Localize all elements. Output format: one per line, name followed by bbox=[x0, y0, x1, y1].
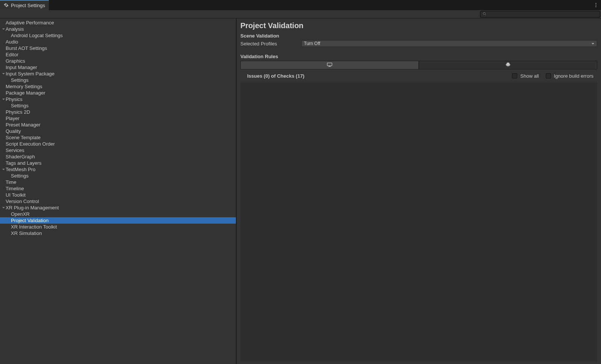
sidebar-item-ui-toolkit[interactable]: UI Toolkit bbox=[0, 192, 236, 198]
expand-arrow-icon bbox=[2, 84, 6, 89]
ignore-build-errors-checkbox[interactable] bbox=[546, 73, 551, 78]
settings-sidebar[interactable]: Adaptive PerformanceAnalysisAndroid Logc… bbox=[0, 18, 237, 364]
sidebar-item-input-manager[interactable]: Input Manager bbox=[0, 64, 236, 71]
sidebar-item-textmesh-pro[interactable]: TextMesh Pro bbox=[0, 166, 236, 173]
sidebar-item-burst-aot-settings[interactable]: Burst AOT Settings bbox=[0, 45, 236, 51]
expand-arrow-icon bbox=[2, 53, 6, 57]
sidebar-item-package-manager[interactable]: Package Manager bbox=[0, 90, 236, 96]
sidebar-item-timeline[interactable]: Timeline bbox=[0, 185, 236, 192]
sidebar-item-xr-simulation[interactable]: XR Simulation bbox=[0, 230, 236, 236]
sidebar-item-label: Adaptive Performance bbox=[6, 20, 54, 26]
search-input[interactable] bbox=[488, 12, 598, 17]
sidebar-item-label: Version Control bbox=[6, 199, 39, 204]
expand-arrow-icon bbox=[2, 91, 6, 95]
expand-arrow-icon bbox=[7, 225, 11, 229]
project-settings-window: Project Settings Adaptive PerformanceAna… bbox=[0, 0, 601, 364]
sidebar-item-label: Scene Template bbox=[6, 135, 41, 140]
sidebar-item-label: Project Validation bbox=[11, 218, 48, 223]
sidebar-item-label: Tags and Layers bbox=[6, 160, 41, 166]
expand-arrow-icon bbox=[7, 212, 11, 216]
sidebar-item-label: Audio bbox=[6, 39, 18, 45]
selected-profiles-dropdown[interactable]: Turn Off bbox=[301, 40, 597, 47]
sidebar-item-script-execution-order[interactable]: Script Execution Order bbox=[0, 141, 236, 147]
sidebar-item-player[interactable]: Player bbox=[0, 115, 236, 122]
sidebar-item-memory-settings[interactable]: Memory Settings bbox=[0, 83, 236, 90]
expand-arrow-icon bbox=[2, 148, 6, 152]
show-all-label: Show all bbox=[520, 73, 539, 79]
expand-arrow-icon[interactable] bbox=[2, 27, 6, 31]
issues-list-panel bbox=[240, 82, 597, 362]
sidebar-item-label: Android Logcat Settings bbox=[11, 33, 63, 38]
tab-label: Project Settings bbox=[11, 3, 45, 8]
sidebar-item-openxr[interactable]: OpenXR bbox=[0, 211, 236, 217]
sidebar-item-physics[interactable]: Physics bbox=[0, 96, 236, 102]
expand-arrow-icon bbox=[2, 193, 6, 197]
sidebar-item-label: Editor bbox=[6, 52, 18, 57]
tab-bar-spacer bbox=[49, 0, 590, 10]
expand-arrow-icon[interactable] bbox=[2, 97, 6, 101]
sidebar-item-label: XR Simulation bbox=[11, 230, 42, 236]
sidebar-item-preset-manager[interactable]: Preset Manager bbox=[0, 122, 236, 128]
sidebar-item-settings[interactable]: Settings bbox=[0, 173, 236, 179]
sidebar-item-label: Player bbox=[6, 116, 20, 121]
sidebar-item-settings[interactable]: Settings bbox=[0, 102, 236, 109]
sidebar-item-label: Burst AOT Settings bbox=[6, 45, 47, 51]
sidebar-item-android-logcat-settings[interactable]: Android Logcat Settings bbox=[0, 32, 236, 39]
sidebar-item-audio[interactable]: Audio bbox=[0, 39, 236, 45]
sidebar-item-tags-and-layers[interactable]: Tags and Layers bbox=[0, 160, 236, 166]
sidebar-item-label: Physics 2D bbox=[6, 109, 30, 115]
tab-project-settings[interactable]: Project Settings bbox=[0, 0, 49, 10]
sidebar-item-services[interactable]: Services bbox=[0, 147, 236, 153]
scene-validation-heading: Scene Validation bbox=[240, 33, 597, 39]
expand-arrow-icon bbox=[2, 40, 6, 44]
ignore-build-errors-checkbox-wrap[interactable]: Ignore build errors bbox=[546, 73, 594, 79]
sidebar-item-quality[interactable]: Quality bbox=[0, 128, 236, 134]
sidebar-item-input-system-package[interactable]: Input System Package bbox=[0, 71, 236, 77]
content-panel: Project Validation Scene Validation Sele… bbox=[237, 18, 601, 364]
sidebar-item-project-validation[interactable]: Project Validation bbox=[0, 217, 236, 224]
sidebar-item-label: Graphics bbox=[6, 58, 25, 64]
expand-arrow-icon bbox=[7, 104, 11, 108]
sidebar-item-physics-2d[interactable]: Physics 2D bbox=[0, 109, 236, 115]
sidebar-item-label: ShaderGraph bbox=[6, 154, 35, 159]
show-all-checkbox-wrap[interactable]: Show all bbox=[512, 73, 539, 79]
expand-arrow-icon[interactable] bbox=[2, 72, 6, 76]
svg-rect-9 bbox=[509, 66, 509, 67]
sidebar-item-time[interactable]: Time bbox=[0, 179, 236, 185]
expand-arrow-icon[interactable] bbox=[2, 167, 6, 171]
sidebar-item-settings[interactable]: Settings bbox=[0, 77, 236, 83]
sidebar-item-graphics[interactable]: Graphics bbox=[0, 58, 236, 64]
sidebar-item-label: Memory Settings bbox=[6, 84, 42, 89]
sidebar-item-shadergraph[interactable]: ShaderGraph bbox=[0, 153, 236, 160]
context-menu-button[interactable] bbox=[590, 0, 601, 10]
sidebar-item-label: UI Toolkit bbox=[6, 192, 26, 198]
tab-bar: Project Settings bbox=[0, 0, 601, 10]
sidebar-item-adaptive-performance[interactable]: Adaptive Performance bbox=[0, 20, 236, 26]
platform-tab-android[interactable] bbox=[419, 61, 597, 69]
issues-header-row: Issues (0) of Checks (17) Show all Ignor… bbox=[240, 69, 597, 82]
expand-arrow-icon[interactable] bbox=[2, 206, 6, 210]
platform-tab-desktop[interactable] bbox=[240, 61, 419, 69]
issues-summary: Issues (0) of Checks (17) bbox=[247, 73, 304, 79]
svg-rect-5 bbox=[328, 66, 331, 66]
search-box[interactable] bbox=[480, 11, 600, 18]
expand-arrow-icon bbox=[2, 142, 6, 146]
sidebar-item-label: Input System Package bbox=[6, 71, 54, 77]
sidebar-item-scene-template[interactable]: Scene Template bbox=[0, 134, 236, 141]
sidebar-item-label: Timeline bbox=[6, 186, 24, 191]
sidebar-item-label: Analysis bbox=[6, 26, 24, 32]
sidebar-item-editor[interactable]: Editor bbox=[0, 51, 236, 58]
dropdown-value: Turn Off bbox=[304, 41, 320, 46]
show-all-checkbox[interactable] bbox=[512, 73, 517, 78]
sidebar-item-label: OpenXR bbox=[11, 211, 30, 217]
sidebar-item-analysis[interactable]: Analysis bbox=[0, 26, 236, 32]
sidebar-item-xr-interaction-toolkit[interactable]: XR Interaction Toolkit bbox=[0, 224, 236, 230]
expand-arrow-icon bbox=[2, 46, 6, 50]
sidebar-item-label: Quality bbox=[6, 128, 21, 134]
ignore-build-errors-label: Ignore build errors bbox=[554, 73, 594, 79]
platform-tabs bbox=[240, 61, 597, 69]
sidebar-item-xr-plug-in-management[interactable]: XR Plug-in Management bbox=[0, 205, 236, 211]
svg-rect-7 bbox=[510, 64, 510, 65]
sidebar-item-version-control[interactable]: Version Control bbox=[0, 198, 236, 205]
validation-rules-heading: Validation Rules bbox=[240, 54, 597, 59]
